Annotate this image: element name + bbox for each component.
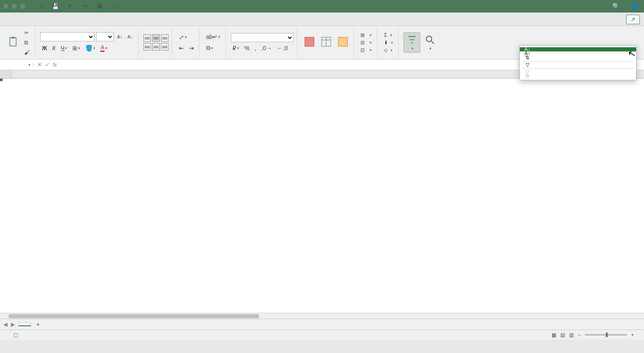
reapply-filter-item: ↻ [520,74,636,78]
redo-icon[interactable]: ↷ [81,2,89,10]
decrease-decimal-icon[interactable]: ←.0 [275,44,289,52]
orientation-icon[interactable]: ⤢▾ [177,33,189,41]
spreadsheet-grid[interactable] [0,70,644,313]
sheet-tabs: ◀ ▶ + [0,319,644,330]
svg-line-8 [432,41,434,44]
align-bottom-left[interactable] [143,43,151,51]
view-normal-icon[interactable]: ▦ [552,332,556,338]
macro-record-icon[interactable]: ▢ [13,332,18,338]
cell-styles-button[interactable] [336,36,350,49]
font-name-select[interactable] [40,32,95,41]
maximize-window[interactable] [20,4,25,9]
svg-rect-6 [338,37,348,46]
status-bar: ▢ ▦ ▤ ▥ − + [0,330,644,340]
view-page-layout-icon[interactable]: ▤ [560,332,565,338]
align-top-center[interactable] [152,34,160,42]
delete-cells-button[interactable]: ⊟ ▾ [359,39,373,46]
svg-point-7 [427,36,432,41]
sheet-tab[interactable] [18,322,31,326]
share-button[interactable]: ↗ [626,15,640,24]
insert-cells-button[interactable]: ⊞ ▾ [359,32,373,38]
paste-button[interactable] [6,36,20,49]
horizontal-scrollbar[interactable] [0,313,644,319]
zoom-slider[interactable] [585,334,627,335]
copy-icon[interactable]: ⧉ [23,38,31,47]
increase-decimal-icon[interactable]: .0→ [260,44,274,52]
minimize-window[interactable] [12,4,17,9]
select-all-corner[interactable] [0,70,12,78]
sheet-nav-next[interactable]: ▶ [11,321,15,327]
filter-icon: ▽ [524,62,531,68]
format-cells-button[interactable]: ⊡ ▾ [359,47,373,54]
underline-button[interactable]: Ч▾ [59,44,69,52]
fill-color-button[interactable]: 🪣▾ [84,44,97,52]
number-format-select[interactable] [231,33,294,42]
sort-custom-icon: ⇅ [524,55,531,61]
enter-icon[interactable]: ✓ [45,61,49,68]
merge-cells-icon[interactable]: ⧉▾ [204,43,215,52]
bold-button[interactable]: Ж [40,44,49,52]
reapply-icon: ↻ [524,73,531,79]
zoom-in-button[interactable]: + [631,332,634,338]
print-icon[interactable]: 🖶 [95,2,104,10]
sort-custom-item[interactable]: ⇅ [520,56,636,60]
clear-filter-item: ▽ [520,70,636,74]
search-icon[interactable]: 🔍 [611,2,622,11]
cancel-icon[interactable]: ✕ [37,61,41,68]
view-page-break-icon[interactable]: ▥ [569,332,574,338]
add-sheet-button[interactable]: + [34,321,42,328]
sort-ascending-item[interactable]: A↓ [520,47,636,51]
autosum-button[interactable]: Σ ▾ [382,32,395,38]
align-bottom-center[interactable] [152,43,160,51]
undo-icon[interactable]: ↶ [66,2,75,10]
sheet-nav-prev[interactable]: ◀ [3,321,8,327]
clear-button[interactable]: ◇ ▾ [382,47,395,54]
titlebar: ⌂ 💾 ↶ ↷ 🖶 ⋯ 🔍 👤 [0,0,644,13]
fill-button[interactable]: ⬇ ▾ [382,39,395,46]
increase-font-icon[interactable]: A↑ [115,33,124,40]
currency-icon[interactable]: ₽▾ [231,44,241,52]
window-controls [3,4,25,9]
sort-filter-button[interactable]: ▾ [404,32,420,53]
sort-filter-menu: A↓ A↑ ⇅ ▽ ▽ ↻ [519,45,636,80]
name-box[interactable]: ▾ [0,63,33,67]
font-size-select[interactable] [96,32,114,41]
format-painter-icon[interactable]: 🖌 [23,49,31,56]
cut-icon[interactable]: ✂ [23,29,31,37]
format-as-table-button[interactable] [319,36,333,49]
comma-icon[interactable]: , [253,44,258,52]
font-color-button[interactable]: A▾ [99,43,109,53]
conditional-formatting-button[interactable] [302,36,317,49]
account-icon[interactable]: 👤 [629,2,641,11]
italic-button[interactable]: К [51,44,57,52]
ribbon-tabs: ↗ [0,13,644,26]
fx-icon[interactable]: fx [53,61,57,68]
align-top-right[interactable] [161,34,169,42]
filter-item[interactable]: ▽ [520,63,636,67]
zoom-out-button[interactable]: − [578,332,581,338]
more-icon[interactable]: ⋯ [110,2,119,10]
svg-rect-1 [11,37,15,38]
save-icon[interactable]: 💾 [50,2,61,10]
svg-rect-0 [10,38,16,46]
fill-handle[interactable] [0,79,3,81]
wrap-text-icon[interactable]: ab↵▾ [204,33,222,41]
percent-icon[interactable]: % [243,44,251,52]
find-select-button[interactable]: ▾ [423,33,437,51]
sort-descending-item[interactable]: A↑ [520,51,636,56]
svg-rect-2 [305,37,314,46]
alignment-grid [143,34,169,51]
align-top-left[interactable] [143,34,151,42]
borders-button[interactable]: ⊞▾ [71,44,82,52]
close-window[interactable] [3,4,8,9]
decrease-indent-icon[interactable]: ⇤ [177,44,186,52]
align-bottom-right[interactable] [161,43,169,51]
decrease-font-icon[interactable]: A↓ [126,33,135,40]
home-icon[interactable]: ⌂ [38,2,44,10]
increase-indent-icon[interactable]: ⇥ [187,44,196,52]
